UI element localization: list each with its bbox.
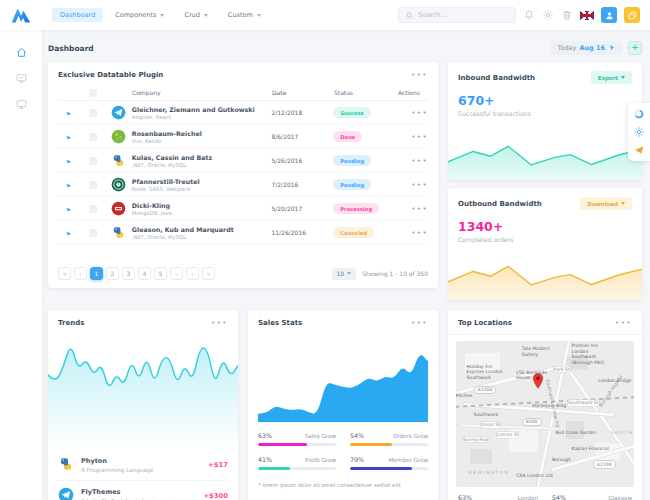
row-expand-caret[interactable]: ▶ bbox=[58, 158, 80, 164]
row-actions-button[interactable]: ••• bbox=[411, 109, 428, 117]
app-logo[interactable] bbox=[0, 6, 42, 24]
bar-head: 54%Glasgow bbox=[552, 494, 632, 500]
settings-gear-icon[interactable] bbox=[633, 126, 645, 138]
company-name: Gleichner, Ziemann and Gutkowski bbox=[132, 106, 272, 113]
map-label: Southwark bbox=[474, 412, 498, 418]
column-header-company[interactable]: Company bbox=[132, 89, 272, 96]
table-header-row: Company Date Status Actions bbox=[58, 85, 428, 101]
row-actions-button[interactable]: ••• bbox=[411, 229, 428, 237]
select-all-checkbox[interactable] bbox=[89, 89, 97, 97]
outbound-title: Outbound Bandwidth bbox=[458, 200, 542, 208]
menu-item-crud[interactable]: Crud bbox=[176, 8, 215, 22]
row-expand-caret[interactable]: ▶ bbox=[58, 182, 80, 188]
gear-icon[interactable] bbox=[542, 9, 554, 21]
search-input[interactable] bbox=[418, 11, 508, 19]
column-header-actions[interactable]: Actions bbox=[398, 89, 420, 96]
page-last-button[interactable]: » bbox=[202, 267, 215, 280]
search-icon bbox=[405, 11, 414, 20]
row-actions-button[interactable]: ••• bbox=[411, 181, 428, 189]
date-picker-button[interactable]: Today Aug 16 bbox=[551, 41, 623, 55]
datatable-menu-button[interactable]: ••• bbox=[411, 71, 428, 79]
add-button[interactable]: + bbox=[628, 41, 642, 55]
row-expand-caret[interactable]: ▶ bbox=[58, 110, 80, 116]
trends-menu-button[interactable]: ••• bbox=[211, 319, 228, 327]
row-expand-caret[interactable]: ▶ bbox=[58, 230, 80, 236]
list-item[interactable]: PhytonA Programming Language+$17 bbox=[58, 450, 228, 480]
company-stack: .NET, Oracle, MySQL bbox=[132, 162, 272, 168]
sales-menu-button[interactable]: ••• bbox=[411, 319, 428, 327]
cell-status: Success bbox=[333, 107, 397, 118]
row-checkbox[interactable] bbox=[89, 205, 97, 213]
menu-item-label: Custom bbox=[228, 11, 253, 19]
trend-texts: PhytonA Programming Language bbox=[81, 457, 154, 473]
menu-item-dashboard[interactable]: Dashboard bbox=[52, 8, 103, 22]
page-button-1[interactable]: 1 bbox=[90, 267, 103, 280]
row-checkbox[interactable] bbox=[89, 181, 97, 189]
row-checkbox[interactable] bbox=[89, 157, 97, 165]
locations-map[interactable]: Tate Modern GalleryPremier Inn London So… bbox=[456, 341, 634, 487]
theme-button[interactable] bbox=[624, 7, 640, 23]
row-actions-button[interactable]: ••• bbox=[411, 157, 428, 165]
cell-date: 7/2/2016 bbox=[271, 181, 333, 188]
page-gap[interactable]: – bbox=[170, 267, 183, 280]
progress-track bbox=[350, 443, 428, 446]
download-button[interactable]: Download bbox=[580, 197, 632, 210]
chevron-down-icon bbox=[621, 76, 625, 79]
company-name: Kulas, Cassin and Batz bbox=[132, 154, 272, 161]
export-button[interactable]: Export bbox=[591, 71, 632, 84]
locations-menu-button[interactable]: ••• bbox=[615, 319, 632, 327]
pagination-row: «‹12345–›» 10 Showing 1 - 10 of 350 bbox=[58, 267, 428, 280]
date-value: Aug 16 bbox=[579, 44, 605, 52]
row-actions-button[interactable]: ••• bbox=[411, 205, 428, 213]
column-header-date[interactable]: Date bbox=[272, 89, 334, 96]
column-header-status[interactable]: Status bbox=[334, 89, 398, 96]
page-prev-button[interactable]: ‹ bbox=[74, 267, 87, 280]
page-next-button[interactable]: › bbox=[186, 267, 199, 280]
send-icon[interactable] bbox=[633, 144, 645, 156]
navbar-right bbox=[398, 7, 650, 23]
page-button-5[interactable]: 5 bbox=[154, 267, 167, 280]
menu-item-components[interactable]: Components bbox=[107, 8, 172, 22]
row-checkbox-cell bbox=[80, 157, 106, 165]
page-button-3[interactable]: 3 bbox=[122, 267, 135, 280]
sidebar-item-desktop[interactable] bbox=[15, 98, 28, 111]
bell-icon[interactable] bbox=[523, 9, 535, 21]
row-expand-caret[interactable]: ▶ bbox=[58, 206, 80, 212]
page-header-actions: Today Aug 16 + bbox=[551, 41, 642, 55]
trend-name: Phyton bbox=[81, 457, 154, 465]
page-button-4[interactable]: 4 bbox=[138, 267, 151, 280]
row-checkbox[interactable] bbox=[89, 229, 97, 237]
cell-status: Canceled bbox=[333, 227, 397, 238]
user-avatar-button[interactable] bbox=[601, 7, 617, 23]
bar-label: Profit Grow bbox=[305, 457, 336, 463]
sidebar-item-widgets[interactable] bbox=[15, 72, 28, 85]
trend-desc: A Programming Language bbox=[81, 467, 154, 473]
sales-bar-sales-grow: 63%Sales Grow bbox=[258, 432, 336, 446]
bar-percent: 63% bbox=[258, 432, 272, 439]
chevron-down-icon bbox=[204, 14, 208, 17]
logo-icon bbox=[11, 6, 31, 24]
row-checkbox[interactable] bbox=[89, 109, 97, 117]
bar-head: 63%London bbox=[458, 494, 538, 500]
menu-item-custom[interactable]: Custom bbox=[220, 8, 269, 22]
status-badge: Done bbox=[333, 131, 362, 142]
sidebar-item-home[interactable] bbox=[15, 46, 28, 59]
row-expand-caret[interactable]: ▶ bbox=[58, 134, 80, 140]
page-size-select[interactable]: 10 bbox=[332, 268, 357, 280]
page-button-2[interactable]: 2 bbox=[106, 267, 119, 280]
trash-icon[interactable] bbox=[561, 9, 573, 21]
map-label: CRA London Ltd bbox=[516, 473, 552, 479]
map-label: NEWINGTON bbox=[468, 470, 509, 475]
trends-title: Trends bbox=[58, 319, 84, 327]
sales-bar-member-grow: 79%Member Grow bbox=[350, 456, 428, 470]
chart-settings-icon[interactable] bbox=[633, 108, 645, 120]
page-first-button[interactable]: « bbox=[58, 267, 71, 280]
row-checkbox[interactable] bbox=[89, 133, 97, 141]
row-actions-button[interactable]: ••• bbox=[411, 133, 428, 141]
bar-label: Orders Grow bbox=[393, 433, 428, 439]
outbound-bandwidth-card: Outbound Bandwidth Download 1340+ Comple… bbox=[448, 188, 642, 300]
uk-flag-icon[interactable] bbox=[580, 11, 594, 20]
list-item[interactable]: FlyThemesA Let's Fly Fast Again Language… bbox=[58, 480, 228, 500]
dashboard-screen: DashboardComponentsCrudCustom bbox=[0, 0, 650, 500]
progress-fill bbox=[258, 467, 290, 470]
